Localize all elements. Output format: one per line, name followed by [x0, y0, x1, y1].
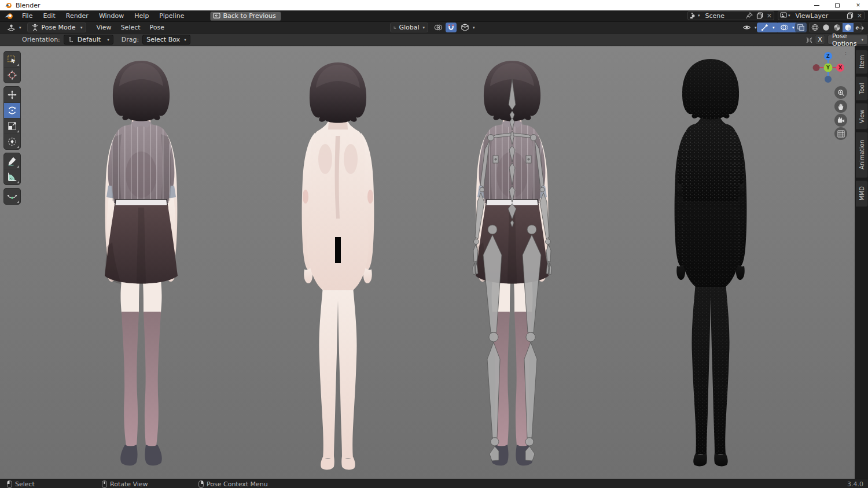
menu-render[interactable]: Render — [61, 10, 94, 22]
back-screen-icon — [213, 13, 220, 19]
axis-z-label: Z — [826, 54, 830, 59]
pin-icon[interactable] — [744, 12, 755, 20]
tab-mmd[interactable]: MMD — [856, 180, 868, 207]
tab-tool[interactable]: Tool — [856, 76, 868, 101]
rendered-sphere-icon — [844, 23, 852, 32]
restore-button[interactable] — [827, 0, 847, 10]
navigation-gizmo[interactable]: Z X Y — [812, 51, 844, 84]
snap-toggle[interactable] — [446, 23, 457, 32]
ortho-toggle-button[interactable] — [834, 127, 847, 140]
shading-mode-group: ▾ — [809, 23, 862, 32]
shading-solid-button[interactable] — [821, 23, 832, 32]
shading-rendered-button[interactable] — [843, 23, 854, 32]
axis-minus-x-ball — [813, 64, 820, 71]
viewlayer-selector[interactable]: ▾ ViewLayer ✕ — [778, 11, 865, 20]
snap-settings-dropdown[interactable]: ▾ — [457, 23, 479, 32]
window-title: Blender — [16, 2, 41, 9]
tool-measure[interactable] — [4, 169, 20, 184]
mouse-middle-icon — [102, 480, 107, 488]
scene-unlink-icon[interactable]: ✕ — [765, 12, 774, 20]
tab-view[interactable]: View — [856, 103, 868, 130]
scene-selector[interactable]: ▾ Scene ✕ — [687, 11, 774, 20]
camera-view-button[interactable] — [834, 114, 847, 127]
magnet-icon — [447, 23, 455, 32]
mirror-x-toggle[interactable]: X — [815, 35, 825, 45]
region-resize-icon[interactable] — [855, 24, 864, 32]
menu-help[interactable]: Help — [129, 10, 154, 22]
axis-x-label: X — [838, 65, 843, 71]
viewlayer-browse-icon[interactable]: ▾ — [778, 12, 792, 20]
view-menu[interactable]: View — [92, 24, 116, 31]
menu-file[interactable]: File — [17, 10, 38, 22]
pose-menu[interactable]: Pose — [145, 24, 169, 31]
menu-window[interactable]: Window — [94, 10, 129, 22]
tab-animation[interactable]: Animation — [856, 132, 868, 178]
mode-label: Pose Mode — [42, 24, 77, 31]
viewlayer-copy-icon[interactable] — [845, 12, 855, 20]
tool-move[interactable] — [4, 87, 20, 102]
transform-orientation-dropdown[interactable]: Global ▾ — [390, 23, 428, 32]
scene-name[interactable]: Scene — [702, 12, 744, 20]
shading-material-button[interactable] — [832, 23, 843, 32]
orientation-default-value: Default — [78, 36, 103, 43]
axis-minus-z-ball — [825, 76, 832, 83]
scene-copy-icon[interactable] — [755, 12, 765, 20]
3d-viewport[interactable]: : Z X Y — [0, 46, 868, 479]
model-clothed-textured[interactable] — [83, 56, 199, 469]
tool-pose-breakdowner[interactable] — [4, 188, 20, 204]
zoom-icon — [837, 89, 845, 97]
select-menu[interactable]: Select — [116, 24, 145, 31]
menu-pipeline[interactable]: Pipeline — [154, 10, 189, 22]
statusbar: Select Rotate View Pose Context Menu 3.4… — [0, 479, 868, 488]
tool-select-box[interactable] — [4, 51, 20, 67]
camera-icon — [837, 117, 845, 124]
mirror-icon — [806, 36, 813, 44]
grid-icon — [837, 130, 845, 138]
axis-y-label: Y — [826, 65, 830, 71]
shading-wireframe-button[interactable] — [810, 23, 821, 32]
viewlayer-name[interactable]: ViewLayer — [792, 12, 845, 20]
material-sphere-icon — [833, 23, 841, 32]
blender-version: 3.4.0 — [847, 479, 863, 488]
menu-edit[interactable]: Edit — [38, 10, 60, 22]
scene-browse-icon[interactable]: ▾ — [688, 12, 702, 20]
pose-options-dropdown[interactable]: Pose Options ▾ — [827, 35, 868, 45]
region-options-dots[interactable]: : — [845, 52, 847, 55]
eye-icon — [742, 23, 751, 32]
hint-rotate-view: Rotate View — [102, 479, 148, 488]
tool-scale[interactable] — [4, 118, 20, 134]
close-button[interactable] — [848, 0, 868, 10]
back-to-previous-button[interactable]: Back to Previous — [210, 12, 281, 21]
zoom-button[interactable] — [834, 86, 847, 99]
gizmos-dropdown[interactable]: ▾ — [757, 23, 778, 32]
xray-toggle[interactable] — [795, 23, 807, 32]
pan-button[interactable] — [834, 100, 847, 113]
snap-cube-icon — [461, 23, 469, 32]
orientation-default-dropdown[interactable]: Default ▾ — [64, 35, 113, 45]
topbar: File Edit Render Window Help Pipeline Ba… — [0, 10, 868, 22]
viewlayer-remove-icon[interactable]: ✕ — [855, 12, 864, 20]
drag-dropdown[interactable]: Select Box ▾ — [142, 35, 190, 45]
overlays-icon — [780, 23, 789, 32]
model-body-nude[interactable] — [280, 58, 396, 471]
tab-item[interactable]: Item — [856, 50, 868, 74]
tool-rotate[interactable] — [4, 102, 20, 118]
model-wireframe-dark[interactable] — [653, 54, 768, 468]
mouse-right-icon — [198, 480, 204, 488]
model-clothed-with-armature[interactable] — [454, 56, 570, 469]
mouse-left-icon — [7, 480, 12, 488]
viewport-header: ▾ Pose Mode ▾ View Select Pose Global ▾ … — [0, 22, 868, 34]
tool-cursor[interactable] — [4, 67, 20, 83]
tool-transform[interactable] — [4, 134, 20, 149]
orientation-axes-icon — [393, 23, 396, 32]
tool-annotate[interactable] — [4, 153, 20, 169]
minimize-button[interactable] — [807, 0, 826, 10]
pivot-icon — [434, 23, 443, 32]
viewport-editor-icon — [7, 23, 16, 32]
gizmo-arrow-icon — [760, 23, 769, 32]
orientation-label: Orientation: — [22, 36, 60, 43]
sidebar-tabstrip: Item Tool View Animation MMD — [855, 46, 868, 479]
editor-type-button[interactable]: ▾ — [3, 23, 25, 32]
blender-menu-icon[interactable] — [4, 12, 14, 20]
mode-selector[interactable]: Pose Mode ▾ — [27, 23, 86, 32]
